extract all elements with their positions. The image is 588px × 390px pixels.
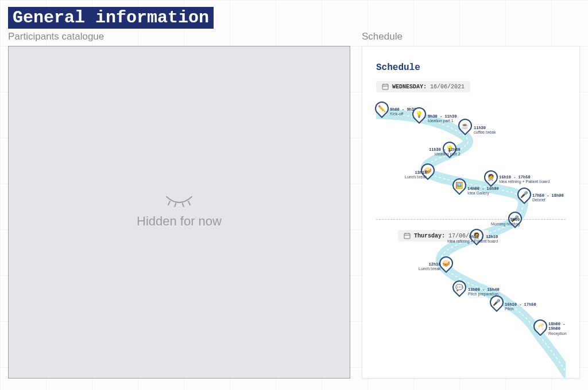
- svg-rect-8: [404, 233, 410, 239]
- schedule-label: Schedule: [362, 31, 580, 42]
- participants-panel[interactable]: Hidden for now: [8, 46, 350, 379]
- schedule-event: 13h00 - 15h40Pitch preparation: [468, 287, 500, 297]
- schedule-event: 16h10 - 17h50Idea refining + Patient boa…: [499, 175, 550, 185]
- day1-label: WEDNESDAY:: [392, 84, 427, 90]
- schedule-event: 9h10 - 12h10Idea refining + Patient boar…: [447, 235, 498, 244]
- schedule-event: 9h00Morning briefing: [491, 217, 520, 227]
- svg-line-1: [175, 204, 176, 207]
- schedule-event: 9h00 - 9h30Kick-off: [390, 107, 416, 117]
- closed-eye-icon: [165, 196, 193, 207]
- map-pin-icon: ☕: [458, 119, 472, 136]
- map-pin-icon: 🎤: [517, 188, 531, 205]
- hidden-for-now-text: Hidden for now: [137, 214, 222, 229]
- schedule-event: 13h15Lunch break: [405, 170, 427, 180]
- svg-line-0: [168, 201, 170, 205]
- map-pin-icon: 🥪: [439, 256, 453, 274]
- schedule-event: 12h10Lunch break: [419, 262, 441, 272]
- map-pin-icon: 🎤: [490, 295, 504, 313]
- schedule-event: 9h30 - 11h30Ideation part 1: [428, 114, 457, 124]
- map-pin-icon: 🥂: [533, 319, 547, 337]
- svg-rect-4: [382, 84, 388, 89]
- schedule-event: 11h30coffee break: [474, 126, 496, 135]
- participants-label: Participants catalogue: [8, 31, 350, 42]
- page-title: General information: [8, 7, 214, 29]
- calendar-icon: [404, 232, 411, 239]
- schedule-event: 18h00 - 19h00Reception: [548, 322, 567, 336]
- map-pin-icon: 🖼️: [452, 178, 466, 196]
- calendar-icon: [382, 83, 389, 90]
- map-pin-icon: 💬: [452, 280, 466, 298]
- schedule-event: 17h50 - 18h00Debrief: [532, 193, 564, 203]
- map-pin-icon: ✏️: [375, 102, 389, 119]
- day1-date: 16/06/2021: [430, 84, 465, 90]
- day1-pill: WEDNESDAY: 16/06/2021: [376, 81, 470, 92]
- map-pin-icon: 🧑‍⚕️: [484, 170, 498, 188]
- svg-line-2: [183, 204, 184, 207]
- schedule-event: 11h30 - 12h30Ideation part 2: [429, 147, 461, 157]
- schedule-event: 14h00 - 16h00Idea Gallery: [467, 186, 499, 196]
- schedule-panel[interactable]: Schedule WEDNESDAY: 16/06/2021 ✏️ 9h00 -…: [362, 46, 580, 379]
- svg-line-3: [188, 201, 190, 205]
- schedule-title: Schedule: [376, 63, 566, 73]
- day2-label: Thursday:: [414, 233, 445, 239]
- schedule-event: 16h10 - 17h50Pitch: [505, 302, 536, 312]
- day-divider: [376, 219, 566, 220]
